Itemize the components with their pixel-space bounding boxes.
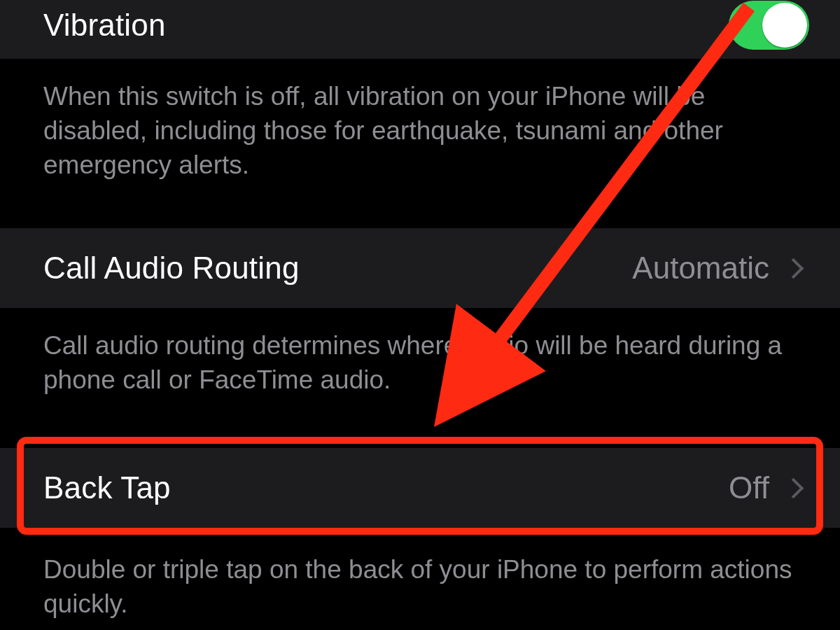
back-tap-description: Double or triple tap on the back of your… <box>0 540 840 622</box>
call-audio-routing-value-wrap: Automatic <box>632 251 801 286</box>
vibration-row[interactable]: Vibration <box>0 0 840 59</box>
settings-screen: Vibration When this switch is off, all v… <box>0 0 840 630</box>
chevron-right-icon <box>783 477 804 498</box>
chevron-right-icon <box>783 258 804 279</box>
vibration-toggle[interactable] <box>729 1 809 50</box>
back-tap-value-wrap: Off <box>729 470 801 505</box>
call-audio-routing-value: Automatic <box>632 251 769 286</box>
back-tap-row[interactable]: Back Tap Off <box>0 448 840 528</box>
toggle-knob <box>762 3 807 48</box>
vibration-label: Vibration <box>43 8 166 43</box>
call-audio-routing-row[interactable]: Call Audio Routing Automatic <box>0 228 840 308</box>
vibration-description: When this switch is off, all vibration o… <box>0 67 840 179</box>
call-audio-routing-label: Call Audio Routing <box>43 251 300 286</box>
back-tap-value: Off <box>729 470 769 505</box>
call-audio-routing-description: Call audio routing determines where audi… <box>0 316 840 398</box>
back-tap-label: Back Tap <box>43 470 171 505</box>
